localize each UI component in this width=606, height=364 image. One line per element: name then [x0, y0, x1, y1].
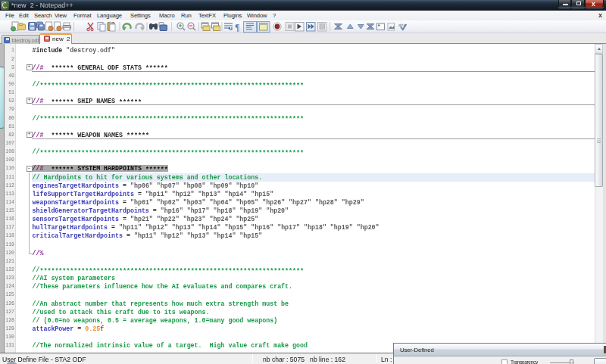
- svg-text:¶: ¶: [235, 22, 239, 33]
